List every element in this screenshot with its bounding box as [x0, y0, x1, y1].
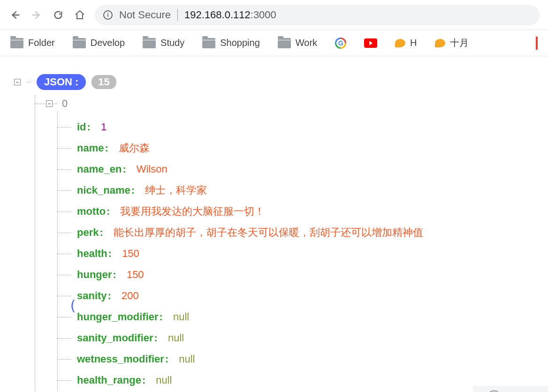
colon: : — [99, 226, 103, 239]
json-value: 1 — [101, 121, 107, 133]
bookmark-youtube[interactable] — [364, 38, 377, 48]
json-key: name_en — [77, 163, 122, 175]
reload-button[interactable] — [52, 8, 65, 22]
json-property-row: hunger :150 — [57, 264, 534, 285]
browser-toolbar: i Not Secure 192.168.0.112:3000 — [0, 0, 548, 30]
json-key: wetness_modifier — [77, 353, 164, 365]
json-key: motto — [77, 205, 106, 218]
json-value: 威尔森 — [119, 141, 150, 155]
json-property-row: sanity :200 — [57, 285, 534, 306]
colon: : — [131, 184, 135, 196]
json-key: hunger_modifier — [77, 311, 159, 323]
bookmark-shiyue[interactable]: 十月 — [435, 37, 469, 49]
folder-icon — [143, 38, 156, 48]
colon: : — [113, 269, 116, 281]
colon: : — [154, 332, 158, 344]
bracket-hint: ( — [68, 297, 77, 314]
json-tree: − 0 id :1name :威尔森name_en :Wilsonnick_na… — [35, 96, 534, 391]
json-value: 200 — [122, 290, 139, 302]
json-property-row: health_range :null — [57, 369, 534, 391]
json-root: − JSON : 15 — [14, 74, 534, 90]
folder-icon — [73, 38, 86, 48]
google-icon — [335, 38, 346, 49]
json-value: 绅士，科学家 — [145, 183, 207, 197]
json-property-row: name_en :Wilson — [57, 158, 534, 180]
collapse-toggle[interactable]: − — [14, 79, 21, 85]
json-property-row: nick_name :绅士，科学家 — [57, 180, 534, 201]
colon: : — [105, 142, 108, 154]
json-key: id — [77, 121, 86, 133]
bookmark-h[interactable]: H — [395, 38, 417, 48]
json-key: health — [77, 248, 107, 260]
url-text: 192.168.0.112:3000 — [184, 9, 276, 21]
colon: : — [87, 121, 91, 133]
json-property-row: hunger_modifier :null — [57, 306, 534, 327]
collapse-toggle[interactable]: − — [46, 100, 53, 107]
divider — [177, 9, 178, 21]
json-property-row: health :150 — [57, 243, 534, 264]
site-info-icon[interactable]: i — [103, 10, 113, 20]
bookmark-folder[interactable]: Folder — [10, 38, 55, 48]
bookmark-develop[interactable]: Develop — [73, 38, 125, 48]
json-root-label[interactable]: JSON : — [37, 74, 86, 90]
json-value: null — [156, 374, 172, 386]
forward-button[interactable] — [30, 8, 43, 22]
json-property-row: motto :我要用我发达的大脑征服一切！ — [57, 201, 534, 222]
address-bar[interactable]: i Not Secure 192.168.0.112:3000 — [95, 5, 540, 25]
bookmark-google[interactable] — [335, 38, 346, 49]
json-property-row: wetness_modifier :null — [57, 348, 534, 369]
blob-icon — [395, 39, 405, 47]
json-key: perk — [77, 226, 99, 239]
json-value: Wilson — [137, 163, 167, 175]
json-property-row: sanity_modifier :null — [57, 327, 534, 348]
colon: : — [165, 353, 168, 365]
json-property-row: id :1 — [57, 116, 534, 137]
security-status: Not Secure — [119, 9, 171, 21]
index-label: 0 — [62, 98, 68, 110]
json-key: name — [77, 142, 104, 154]
colon: : — [122, 163, 126, 175]
watermark-logo-icon — [484, 387, 504, 392]
json-count-badge: 15 — [91, 75, 116, 89]
colon: : — [142, 374, 145, 386]
colon: : — [108, 248, 112, 260]
bookmark-shopping[interactable]: Shopping — [202, 38, 260, 48]
json-value: null — [173, 311, 189, 323]
json-value: null — [179, 353, 195, 365]
tree-connector — [26, 82, 31, 83]
bookmark-work[interactable]: Work — [278, 38, 317, 48]
page-content: − JSON : 15 − 0 id :1name :威尔森name_en :W… — [0, 56, 548, 392]
json-value: null — [168, 332, 184, 344]
bookmark-study[interactable]: Study — [143, 38, 184, 48]
blob-icon — [435, 39, 445, 47]
json-property-row: perk :能长出厚厚的胡子，胡子在冬天可以保暖，刮胡子还可以增加精神值 — [57, 222, 534, 243]
folder-icon — [278, 38, 291, 48]
back-button[interactable] — [8, 8, 22, 22]
json-key: sanity — [77, 290, 107, 302]
json-key: health_range — [77, 374, 141, 386]
home-button[interactable] — [73, 8, 86, 22]
tree-connector — [53, 104, 57, 104]
json-value: 150 — [127, 269, 144, 281]
folder-icon — [202, 38, 215, 48]
folder-icon — [10, 38, 23, 48]
json-value: 我要用我发达的大脑征服一切！ — [120, 204, 265, 219]
json-value: 能长出厚厚的胡子，胡子在冬天可以保暖，刮胡子还可以增加精神值 — [114, 226, 423, 240]
array-index-0: − 0 — [35, 96, 534, 112]
json-value: 150 — [122, 248, 139, 260]
json-key: nick_name — [77, 184, 130, 196]
colon: : — [108, 290, 111, 302]
json-key: sanity_modifier — [77, 332, 153, 344]
overflow-indicator — [536, 37, 538, 50]
tree-line — [35, 96, 35, 391]
colon: : — [107, 205, 110, 218]
json-key: hunger — [77, 269, 112, 281]
youtube-icon — [364, 38, 377, 48]
watermark: 创新互联 — [473, 386, 548, 392]
colon: : — [160, 311, 163, 323]
json-property-row: name :威尔森 — [57, 137, 534, 158]
bookmarks-bar: Folder Develop Study Shopping Work H 十月 — [0, 30, 548, 56]
object-properties: id :1name :威尔森name_en :Wilsonnick_name :… — [57, 116, 534, 391]
